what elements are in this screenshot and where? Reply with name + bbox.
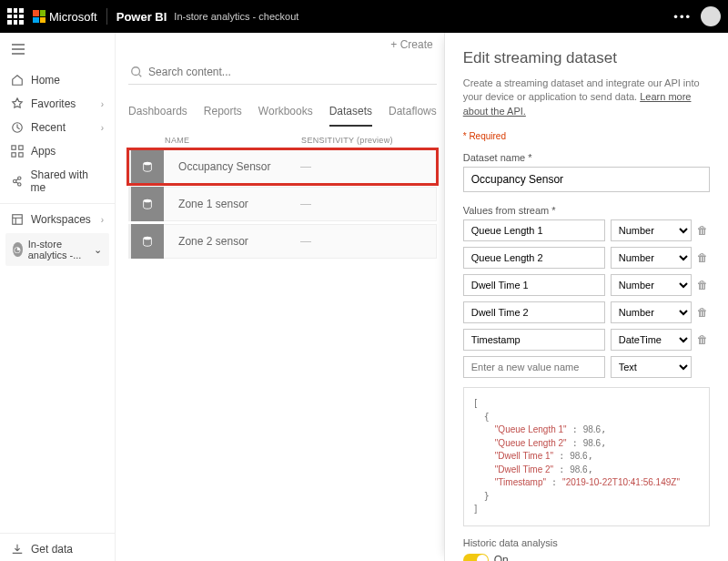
dataset-icon — [131, 187, 164, 221]
nav-home[interactable]: Home — [0, 68, 115, 92]
content-area: + Create Dashboards Reports Workbooks Da… — [116, 33, 444, 561]
svg-rect-2 — [19, 146, 23, 149]
tab-dashboards[interactable]: Dashboards — [128, 101, 187, 127]
delete-field-icon[interactable]: 🗑 — [697, 224, 710, 237]
dataset-icon — [131, 224, 164, 259]
field-row: Number 🗑 — [463, 301, 710, 323]
field-name-input[interactable] — [463, 301, 605, 323]
toggle-switch[interactable] — [463, 554, 489, 561]
table-row[interactable]: Zone 1 sensor — — [128, 187, 437, 221]
table-row[interactable]: Occupancy Sensor — — [128, 149, 437, 184]
row-sensitivity: — — [300, 235, 311, 248]
nav-label: Shared with me — [31, 168, 105, 194]
field-type-select[interactable]: Number — [611, 247, 692, 269]
col-sensitivity: SENSITIVITY (preview) — [301, 136, 393, 145]
sample-payload: [ { "Queue Length 1" : 98.6, "Queue Leng… — [463, 387, 710, 526]
required-note: * Required — [463, 131, 710, 141]
values-label: Values from stream * — [463, 205, 710, 216]
divider — [106, 8, 107, 25]
nav-label: Workspaces — [31, 213, 91, 226]
field-row: Number 🗑 — [463, 274, 710, 296]
new-field-name-input[interactable] — [463, 356, 605, 378]
new-field-type-select[interactable]: Text — [611, 356, 692, 378]
field-type-select[interactable]: Number — [611, 219, 692, 241]
tab-datasets[interactable]: Datasets — [329, 101, 372, 127]
svg-point-9 — [132, 67, 140, 76]
svg-rect-1 — [12, 146, 15, 149]
nav-label: Favorites — [31, 97, 76, 110]
create-button[interactable]: + Create — [390, 38, 432, 51]
search-input[interactable] — [148, 66, 435, 78]
nav-get-data[interactable]: Get data — [0, 537, 115, 561]
workspace-subtitle: In-store analytics - checkout — [174, 11, 298, 22]
create-label: Create — [400, 38, 433, 51]
tab-workbooks[interactable]: Workbooks — [258, 101, 313, 127]
field-type-select[interactable]: Number — [611, 274, 692, 296]
microsoft-logo: Microsoft — [33, 10, 97, 24]
field-type-select[interactable]: Number — [611, 301, 692, 323]
nav-label: Get data — [31, 543, 73, 556]
microsoft-label: Microsoft — [49, 10, 97, 24]
field-type-select[interactable]: DateTime — [611, 329, 692, 351]
field-row: Number 🗑 — [463, 247, 710, 269]
workspace-icon: ◔ — [13, 242, 23, 257]
delete-field-icon[interactable]: 🗑 — [697, 251, 710, 264]
brand-label: Power BI — [116, 10, 167, 24]
table-header: NAME SENSITIVITY (preview) — [128, 127, 444, 147]
content-tabs: Dashboards Reports Workbooks Datasets Da… — [128, 101, 437, 127]
topbar: Microsoft Power BI In-store analytics - … — [0, 0, 728, 33]
historic-label: Historic data analysis — [463, 537, 710, 548]
workspace-name: In-store analytics -... — [28, 239, 88, 260]
star-icon — [11, 97, 24, 110]
new-field-row: Text — [463, 356, 710, 378]
nav-label: Apps — [31, 145, 56, 158]
dataset-name-label: Dataset name * — [463, 152, 710, 163]
dataset-icon — [131, 149, 164, 184]
svg-rect-3 — [12, 153, 15, 157]
home-icon — [11, 74, 24, 87]
clock-icon — [11, 121, 24, 134]
toggle-state: On — [494, 554, 509, 561]
chevron-down-icon: ⌄ — [94, 244, 102, 256]
current-workspace[interactable]: ◔In-store analytics -...⌄ — [5, 233, 109, 266]
svg-point-12 — [144, 237, 152, 240]
field-name-input[interactable] — [463, 247, 605, 269]
share-icon — [11, 175, 24, 188]
field-name-input[interactable] — [463, 274, 605, 296]
dataset-name-input[interactable] — [463, 167, 710, 192]
row-sensitivity: — — [300, 198, 311, 210]
chevron-right-icon: › — [101, 99, 104, 109]
row-name: Zone 2 sensor — [164, 235, 300, 248]
delete-field-icon[interactable]: 🗑 — [697, 306, 710, 319]
hamburger-icon[interactable] — [0, 33, 115, 68]
search-box[interactable] — [128, 62, 437, 85]
nav-label: Recent — [31, 121, 66, 134]
nav-workspaces[interactable]: Workspaces› — [0, 208, 115, 231]
panel-title: Edit streaming dataset — [463, 49, 710, 67]
tab-reports[interactable]: Reports — [204, 101, 242, 127]
row-name: Zone 1 sensor — [164, 198, 300, 210]
app-launcher-icon[interactable] — [7, 8, 24, 25]
svg-point-10 — [144, 162, 152, 166]
field-row: DateTime 🗑 — [463, 329, 710, 351]
workspaces-icon — [11, 213, 24, 226]
more-icon[interactable]: ••• — [664, 10, 701, 24]
historic-toggle[interactable]: On — [463, 554, 710, 561]
delete-field-icon[interactable]: 🗑 — [697, 333, 710, 346]
delete-field-icon[interactable]: 🗑 — [697, 279, 710, 291]
field-name-input[interactable] — [463, 329, 605, 351]
nav-shared[interactable]: Shared with me — [0, 163, 115, 199]
row-name: Occupancy Sensor — [164, 160, 300, 173]
nav-recent[interactable]: Recent› — [0, 116, 115, 139]
nav-apps[interactable]: Apps — [0, 139, 115, 163]
download-icon — [11, 543, 24, 556]
field-name-input[interactable] — [463, 219, 605, 241]
edit-dataset-panel: Edit streaming dataset Create a streamin… — [444, 33, 728, 561]
nav-favorites[interactable]: Favorites› — [0, 92, 115, 116]
table-row[interactable]: Zone 2 sensor — — [128, 224, 437, 259]
tab-dataflows[interactable]: Dataflows — [389, 101, 437, 127]
chevron-right-icon: › — [101, 123, 104, 133]
row-sensitivity: — — [300, 160, 311, 173]
left-nav: Home Favorites› Recent› Apps Shared with… — [0, 33, 116, 561]
avatar[interactable] — [701, 6, 721, 26]
